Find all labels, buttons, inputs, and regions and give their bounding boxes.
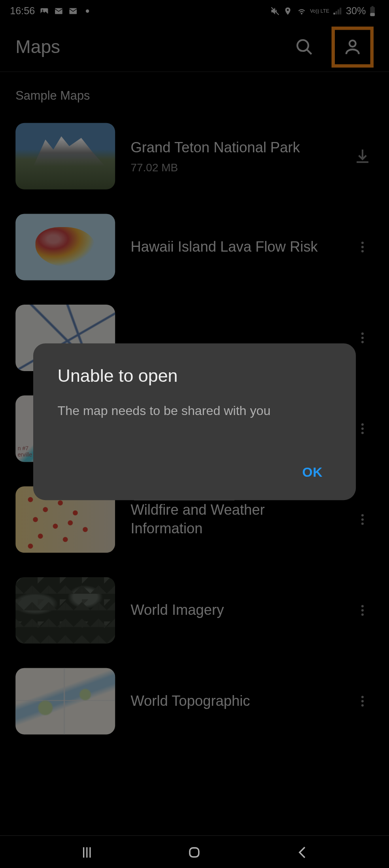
person-icon bbox=[343, 38, 362, 57]
more-notifications-dot bbox=[86, 9, 89, 13]
map-thumbnail bbox=[15, 668, 115, 734]
error-dialog: Unable to open The map needs to be share… bbox=[33, 343, 356, 500]
status-bar: 16:56 Vo)) LTE bbox=[0, 0, 389, 22]
svg-point-22 bbox=[361, 523, 364, 525]
svg-point-25 bbox=[361, 613, 364, 616]
svg-point-24 bbox=[361, 609, 364, 612]
wifi-icon bbox=[297, 6, 307, 16]
more-button[interactable] bbox=[351, 508, 374, 531]
svg-point-12 bbox=[361, 246, 364, 248]
back-button[interactable] bbox=[295, 844, 310, 860]
location-icon bbox=[283, 6, 293, 16]
more-vert-icon bbox=[355, 694, 370, 708]
app-bar: Maps bbox=[0, 22, 389, 72]
svg-point-8 bbox=[297, 40, 308, 51]
svg-point-20 bbox=[361, 514, 364, 517]
status-time: 16:56 bbox=[10, 5, 35, 17]
signal-icon bbox=[332, 6, 342, 16]
map-title: Grand Teton National Park bbox=[130, 138, 336, 157]
svg-rect-3 bbox=[70, 8, 77, 14]
section-header: Sample Maps bbox=[0, 72, 389, 111]
map-item[interactable]: World Topographic bbox=[15, 656, 374, 747]
recent-icon bbox=[79, 844, 94, 860]
svg-point-14 bbox=[361, 332, 364, 335]
map-item[interactable]: Hawaii Island Lava Flow Risk bbox=[15, 202, 374, 293]
ok-button[interactable]: OK bbox=[293, 459, 332, 486]
svg-point-27 bbox=[361, 700, 364, 702]
map-thumbnail bbox=[15, 214, 115, 280]
map-thumbnail bbox=[15, 577, 115, 644]
home-icon bbox=[187, 844, 202, 860]
map-item[interactable]: Grand Teton National Park 77.02 MB bbox=[15, 111, 374, 202]
recent-apps-button[interactable] bbox=[79, 844, 94, 860]
dialog-message: The map needs to be shared with you bbox=[58, 402, 332, 419]
more-vert-icon bbox=[355, 421, 370, 436]
svg-point-10 bbox=[349, 40, 356, 46]
map-title: World Topographic bbox=[130, 692, 336, 711]
svg-rect-6 bbox=[372, 6, 374, 8]
svg-point-18 bbox=[361, 428, 364, 430]
svg-point-1 bbox=[42, 9, 43, 11]
svg-rect-2 bbox=[55, 8, 62, 14]
search-icon bbox=[295, 38, 314, 57]
svg-rect-7 bbox=[370, 13, 375, 16]
picture-icon bbox=[39, 6, 49, 16]
map-size: 77.02 MB bbox=[130, 161, 336, 174]
svg-point-15 bbox=[361, 337, 364, 339]
download-button[interactable] bbox=[351, 145, 374, 167]
page-title: Maps bbox=[15, 36, 291, 57]
back-icon bbox=[295, 844, 310, 860]
more-vert-icon bbox=[355, 240, 370, 254]
battery-percent: 30% bbox=[346, 5, 366, 17]
more-button[interactable] bbox=[351, 236, 374, 258]
map-item[interactable]: World Imagery bbox=[15, 565, 374, 656]
svg-point-28 bbox=[361, 704, 364, 707]
svg-point-13 bbox=[361, 250, 364, 252]
search-button[interactable] bbox=[291, 33, 318, 61]
svg-line-9 bbox=[307, 49, 312, 54]
more-button[interactable] bbox=[351, 599, 374, 622]
home-button[interactable] bbox=[187, 844, 202, 860]
svg-point-26 bbox=[361, 696, 364, 698]
svg-point-23 bbox=[361, 605, 364, 607]
system-nav-bar bbox=[0, 835, 389, 868]
more-vert-icon bbox=[355, 331, 370, 345]
more-vert-icon bbox=[355, 603, 370, 618]
svg-rect-32 bbox=[190, 847, 199, 857]
mute-icon bbox=[270, 6, 280, 16]
map-title: Wildfire and Weather Information bbox=[130, 501, 336, 538]
outlook-icon-2 bbox=[68, 6, 78, 16]
more-button[interactable] bbox=[351, 690, 374, 712]
map-title: Hawaii Island Lava Flow Risk bbox=[130, 238, 336, 256]
svg-point-19 bbox=[361, 432, 364, 434]
profile-button[interactable] bbox=[332, 27, 374, 68]
svg-point-11 bbox=[361, 242, 364, 244]
svg-point-16 bbox=[361, 341, 364, 343]
more-vert-icon bbox=[355, 512, 370, 527]
dialog-title: Unable to open bbox=[58, 366, 332, 386]
more-button[interactable] bbox=[351, 327, 374, 349]
outlook-icon bbox=[54, 6, 64, 16]
svg-point-17 bbox=[361, 423, 364, 426]
download-icon bbox=[354, 147, 372, 165]
svg-point-21 bbox=[361, 518, 364, 521]
map-thumbnail bbox=[15, 123, 115, 190]
volte-indicator: Vo)) LTE bbox=[310, 9, 329, 14]
battery-icon bbox=[369, 6, 379, 16]
map-title: World Imagery bbox=[130, 601, 336, 620]
